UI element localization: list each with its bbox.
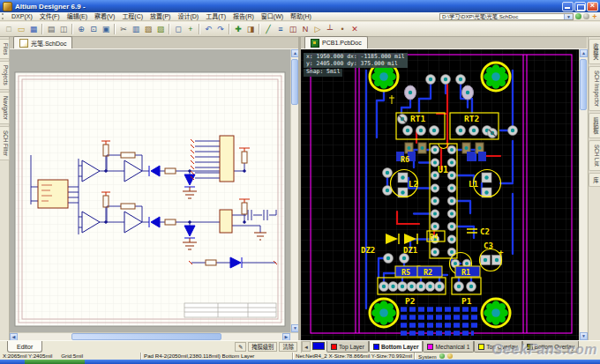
cross-probe-icon[interactable]: ✚ bbox=[233, 24, 244, 35]
panel-tab-sch-inspector[interactable]: SCH Inspector bbox=[589, 66, 600, 111]
place-port-icon[interactable]: ▷ bbox=[312, 24, 324, 35]
place-wire-icon[interactable]: ╱ bbox=[263, 24, 274, 35]
menu-project[interactable]: 工程(C) bbox=[118, 12, 146, 21]
pcb-canvas[interactable]: RT1 RT2 U1 L2 L1 R6 R4 DZ2 DZ1 C2 C3 + R… bbox=[301, 49, 579, 340]
address-bar[interactable]: D:\学习\DXP\光笔\光笔.SchDoc ▼ bbox=[439, 13, 574, 20]
menu-view[interactable]: 察看(V) bbox=[91, 12, 118, 21]
copy-icon[interactable]: ▥ bbox=[131, 24, 142, 35]
menu-design[interactable]: 设计(D) bbox=[174, 12, 202, 21]
add-icon[interactable]: + bbox=[591, 13, 598, 20]
menu-place[interactable]: 放置(P) bbox=[146, 12, 174, 21]
panel-tab-navigator[interactable]: Navigator bbox=[0, 92, 10, 124]
mask-level-button[interactable]: 掩膜级别 bbox=[248, 342, 277, 352]
pcb-heads-up-display: x: 1950.000 dx: -1185.000 mil y: 2405.00… bbox=[304, 53, 408, 77]
zoom-area-icon[interactable]: ⊡ bbox=[88, 24, 100, 35]
panel-tab-files[interactable]: Files bbox=[0, 39, 10, 59]
select-area-icon[interactable]: ◻ bbox=[173, 24, 184, 35]
browse-library-icon[interactable]: ◨ bbox=[245, 24, 257, 35]
pcb-label-r6: R6 bbox=[401, 155, 409, 164]
annotate-pencil-icon[interactable]: ✎ bbox=[235, 342, 246, 352]
move-selection-icon[interactable]: + bbox=[185, 24, 197, 35]
minimize-button[interactable] bbox=[562, 2, 574, 11]
panel-tab-sch-list[interactable]: SCH List bbox=[589, 140, 600, 171]
menu-dxp[interactable]: DXP(X) bbox=[8, 12, 36, 21]
menu-tools[interactable]: 工具(T) bbox=[202, 12, 229, 21]
status-coordinates: X:2065mil Y:2405mil bbox=[3, 353, 52, 360]
menu-reports[interactable]: 报告(R) bbox=[229, 12, 258, 21]
refresh-icon[interactable] bbox=[575, 13, 581, 19]
panel-tab-libraries[interactable]: 库 bbox=[589, 173, 600, 187]
zoom-document-icon[interactable]: ⊕ bbox=[76, 24, 87, 35]
tab-pcb-document[interactable]: PCB1.PcbDoc bbox=[304, 36, 368, 48]
pcb-vscroll-thumb[interactable] bbox=[580, 59, 587, 110]
pcb-label-r1: R1 bbox=[461, 268, 470, 277]
zoom-selection-icon[interactable]: ▣ bbox=[101, 24, 112, 35]
pcb-label-u1: U1 bbox=[438, 165, 448, 175]
main-toolbar: □▭▦▤◫⊕⊡▣✂▥▨▧◻+↶↷✚◨╱≡◫N▷┴•✕ bbox=[0, 22, 600, 37]
cut-icon[interactable]: ✂ bbox=[118, 24, 130, 35]
panel-orb-yellow-icon[interactable] bbox=[447, 353, 453, 359]
layer-tab-top-overlay[interactable]: Top Overlay bbox=[474, 341, 521, 353]
place-part-icon[interactable]: ◫ bbox=[288, 24, 299, 35]
start-button-fragment[interactable] bbox=[25, 360, 85, 364]
panel-tab-sch-filter[interactable]: SCH Filter bbox=[0, 126, 10, 160]
home-icon[interactable] bbox=[583, 13, 589, 19]
title-bar[interactable]: Altium Designer 6.9 - bbox=[0, 0, 600, 12]
panel-tab-favorites[interactable]: 收藏夹 bbox=[589, 39, 600, 64]
no-erc-icon[interactable]: ✕ bbox=[349, 24, 361, 35]
menu-window[interactable]: 窗口(W) bbox=[258, 12, 287, 21]
place-junction-icon[interactable]: • bbox=[337, 24, 349, 35]
print-preview-icon[interactable]: ◫ bbox=[58, 24, 70, 35]
address-value[interactable]: D:\学习\DXP\光笔\光笔.SchDoc bbox=[440, 12, 564, 20]
print-icon[interactable]: ▤ bbox=[46, 24, 57, 35]
menu-help[interactable]: 帮助(H) bbox=[287, 12, 315, 21]
layer-tab-bottom-layer[interactable]: Bottom Layer bbox=[369, 341, 424, 353]
system-panels-button[interactable]: System bbox=[418, 353, 437, 360]
redo-icon[interactable]: ↷ bbox=[215, 24, 227, 35]
schematic-drawing[interactable] bbox=[10, 49, 290, 332]
pcb-layer-bar: ◄ Top LayerBottom LayerMechanical 1Top O… bbox=[301, 341, 600, 353]
panel-orb-green-icon[interactable] bbox=[439, 353, 445, 359]
sch-horizontal-scrollbar[interactable]: ◀ ▶ bbox=[10, 332, 298, 340]
layer-tab-bottom-overlay[interactable]: Bottom Overlay bbox=[522, 341, 579, 353]
schematic-canvas[interactable] bbox=[10, 49, 290, 332]
pcb-drawing[interactable]: RT1 RT2 U1 L2 L1 R6 R4 DZ2 DZ1 C2 C3 + R… bbox=[301, 49, 579, 340]
panel-tab-clipboard[interactable]: 剪贴板 bbox=[589, 113, 600, 138]
bottom-overlay-color-swatch bbox=[527, 344, 533, 350]
sch-document-tabbar: 光笔.SchDoc bbox=[10, 37, 298, 49]
save-document-icon[interactable]: ▦ bbox=[28, 24, 40, 35]
sch-hscroll-thumb[interactable] bbox=[71, 333, 221, 340]
menu-grip-handle[interactable] bbox=[2, 13, 6, 19]
panel-tab-projects[interactable]: Projects bbox=[0, 61, 10, 90]
place-net-label-icon[interactable]: N bbox=[300, 24, 311, 35]
window-title: Altium Designer 6.9 - bbox=[15, 3, 86, 11]
address-dropdown-icon[interactable]: ▼ bbox=[564, 14, 573, 19]
toolbar-separator bbox=[259, 24, 260, 34]
new-document-icon[interactable]: □ bbox=[4, 24, 15, 35]
maximize-button[interactable] bbox=[574, 2, 586, 11]
layer-tab-mechanical-1[interactable]: Mechanical 1 bbox=[423, 341, 474, 353]
clear-button[interactable]: 清除 bbox=[279, 342, 297, 352]
place-bus-icon[interactable]: ≡ bbox=[275, 24, 287, 35]
menu-file[interactable]: 文件(F) bbox=[36, 12, 64, 21]
open-document-icon[interactable]: ▭ bbox=[16, 24, 27, 35]
close-button[interactable] bbox=[587, 2, 598, 11]
sch-vertical-scrollbar[interactable]: ▲ ▼ bbox=[290, 49, 298, 332]
windows-taskbar-strip[interactable] bbox=[0, 360, 600, 364]
place-power-port-icon[interactable]: ┴ bbox=[325, 24, 336, 35]
bottom-layer-color-swatch bbox=[373, 344, 379, 350]
sch-vscroll-thumb[interactable] bbox=[291, 59, 298, 105]
tab-editor[interactable]: Editor bbox=[7, 341, 42, 353]
rubber-stamp-icon[interactable]: ▧ bbox=[155, 24, 167, 35]
pcb-vertical-scrollbar[interactable]: ▲ ▼ bbox=[579, 49, 587, 340]
tab-sch-document[interactable]: 光笔.SchDoc bbox=[13, 36, 72, 48]
current-layer-swatch[interactable] bbox=[312, 342, 325, 350]
layer-scroll-left-icon[interactable]: ◄ bbox=[302, 341, 311, 352]
hud-snap-line: Snap: 5mil bbox=[304, 69, 342, 77]
undo-icon[interactable]: ↶ bbox=[203, 24, 214, 35]
pcb-label-c2: C2 bbox=[480, 227, 490, 236]
layer-tab-top-layer[interactable]: Top Layer bbox=[326, 341, 369, 353]
pcb-editor-pane: PCB1.PcbDoc bbox=[301, 37, 587, 340]
paste-icon[interactable]: ▨ bbox=[143, 24, 154, 35]
menu-edit[interactable]: 编辑(E) bbox=[64, 12, 91, 21]
